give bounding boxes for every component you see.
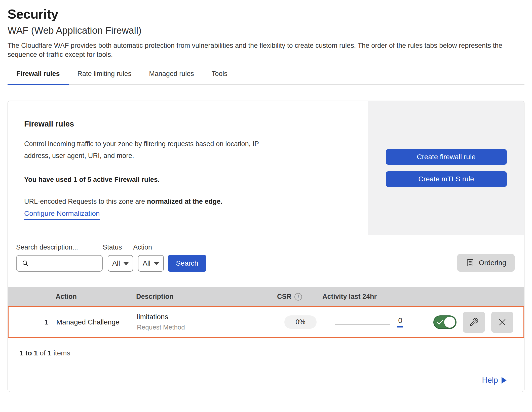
help-link[interactable]: Help bbox=[482, 376, 507, 385]
rule-expression-field: Request Method bbox=[137, 323, 278, 331]
normalization-text: URL-encoded Requests to this zone are no… bbox=[24, 198, 352, 205]
csr-badge: 0% bbox=[284, 315, 316, 329]
help-arrow-icon bbox=[502, 377, 507, 384]
tab-rate-limiting-rules[interactable]: Rate limiting rules bbox=[69, 70, 140, 85]
action-select[interactable]: All bbox=[138, 255, 164, 272]
tab-managed-rules[interactable]: Managed rules bbox=[140, 70, 203, 85]
firewall-rules-intro-section: Firewall rules Control incoming traffic … bbox=[8, 101, 524, 235]
activity-sparkline bbox=[335, 324, 390, 325]
page-description: The Cloudflare WAF provides both automat… bbox=[8, 41, 518, 59]
status-select[interactable]: All bbox=[108, 255, 133, 272]
column-header-action: Action bbox=[56, 293, 136, 301]
table-header: Action Description CSR i Activity last 2… bbox=[8, 287, 524, 306]
tab-firewall-rules[interactable]: Firewall rules bbox=[8, 70, 69, 85]
search-input[interactable] bbox=[33, 260, 96, 267]
firewall-rules-card: Firewall rules Control incoming traffic … bbox=[8, 101, 524, 392]
tab-tools[interactable]: Tools bbox=[203, 70, 236, 85]
rule-priority: 1 bbox=[9, 318, 56, 326]
edit-rule-button[interactable] bbox=[463, 312, 485, 333]
waf-page: Security WAF (Web Application Firewall) … bbox=[0, 0, 532, 392]
column-header-activity: Activity last 24hr bbox=[322, 293, 408, 301]
usage-text: You have used 1 of 5 active Firewall rul… bbox=[24, 176, 352, 184]
section-description: Control incoming traffic to your zone by… bbox=[24, 138, 270, 162]
page-subtitle: WAF (Web Application Firewall) bbox=[8, 25, 524, 36]
ordering-button[interactable]: Ordering bbox=[457, 254, 515, 272]
waf-tabs: Firewall rules Rate limiting rules Manag… bbox=[8, 70, 524, 85]
delete-rule-button[interactable] bbox=[491, 312, 513, 333]
items-count: 1 to 1 of 1 items bbox=[8, 338, 524, 369]
actions-panel: Create firewall rule Create mTLS rule bbox=[368, 101, 524, 235]
chevron-down-icon bbox=[124, 262, 129, 265]
page-title: Security bbox=[8, 7, 524, 22]
column-header-csr: CSR bbox=[277, 293, 291, 301]
configure-normalization-link[interactable]: Configure Normalization bbox=[24, 210, 100, 220]
close-icon bbox=[498, 317, 507, 327]
activity-count-link[interactable]: 0 bbox=[397, 317, 403, 327]
rule-action: Managed Challenge bbox=[56, 318, 137, 326]
search-label: Search description... bbox=[16, 243, 103, 251]
rule-description[interactable]: limitations bbox=[137, 313, 278, 321]
toggle-knob bbox=[444, 317, 455, 328]
create-firewall-rule-button[interactable]: Create firewall rule bbox=[386, 149, 507, 165]
table-row: 1 Managed Challenge limitations Request … bbox=[8, 306, 524, 338]
column-header-description: Description bbox=[136, 293, 277, 301]
section-heading: Firewall rules bbox=[24, 119, 352, 129]
status-label: Status bbox=[103, 243, 133, 251]
rule-enabled-toggle[interactable] bbox=[433, 315, 457, 329]
check-icon bbox=[437, 320, 443, 325]
filter-bar: Search description... Status All Action bbox=[8, 235, 524, 287]
search-icon bbox=[22, 260, 29, 267]
action-label: Action bbox=[133, 243, 164, 251]
wrench-icon bbox=[469, 317, 479, 327]
create-mtls-rule-button[interactable]: Create mTLS rule bbox=[386, 171, 507, 187]
info-icon[interactable]: i bbox=[294, 293, 302, 301]
list-icon bbox=[466, 259, 474, 267]
chevron-down-icon bbox=[154, 262, 159, 265]
search-input-box[interactable] bbox=[16, 255, 103, 272]
search-button[interactable]: Search bbox=[168, 255, 206, 272]
